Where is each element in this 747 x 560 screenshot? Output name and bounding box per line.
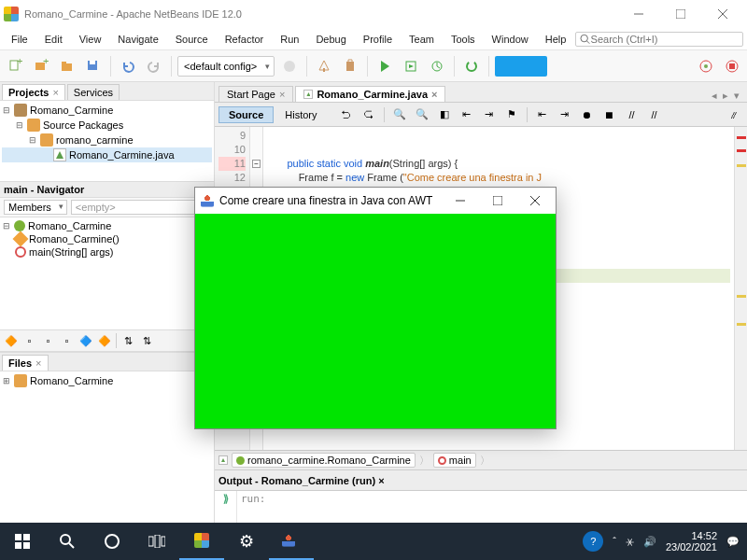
nav-filter-4[interactable]: ▫ xyxy=(58,332,76,350)
new-file-button[interactable]: + xyxy=(4,55,26,77)
menu-tools[interactable]: Tools xyxy=(444,31,483,48)
menu-view[interactable]: View xyxy=(72,31,109,48)
close-button[interactable] xyxy=(701,0,743,28)
prev-bookmark-button[interactable]: ⇤ xyxy=(457,105,477,124)
toggle-highlight-button[interactable]: ◧ xyxy=(434,105,455,124)
navigator-tree[interactable]: ⊟Romano_Carmine Romano_Carmine() main(St… xyxy=(0,217,214,329)
pause-icon[interactable] xyxy=(695,55,717,77)
nav-filter-2[interactable]: ▫ xyxy=(21,332,38,350)
menu-window[interactable]: Window xyxy=(485,31,536,48)
start-button[interactable] xyxy=(0,523,45,560)
warning-marker[interactable] xyxy=(737,164,746,167)
nav-filter-3[interactable]: ▫ xyxy=(39,332,57,350)
tab-source-file[interactable]: Romano_Carmine.java× xyxy=(295,86,445,102)
awt-maximize-button[interactable] xyxy=(479,188,516,214)
awt-titlebar[interactable]: Come creare una finestra in Java con AWT xyxy=(195,188,556,214)
close-icon[interactable]: × xyxy=(279,89,285,100)
taskbar-java[interactable] xyxy=(269,523,314,560)
notification-center-icon[interactable]: 💬 xyxy=(726,536,740,548)
stop-icon[interactable] xyxy=(721,55,743,77)
warning-marker[interactable] xyxy=(737,323,746,326)
nav-forward-button[interactable]: ⮎ xyxy=(359,105,379,124)
build-button[interactable] xyxy=(313,55,335,77)
nav-filter-5[interactable]: 🔷 xyxy=(77,332,94,350)
undo-button[interactable] xyxy=(117,55,139,77)
files-tree[interactable]: ⊞Romano_Carmine xyxy=(0,371,214,530)
taskbar-settings[interactable]: ⚙ xyxy=(224,523,269,560)
nav-sort-2[interactable]: ⇅ xyxy=(138,332,156,350)
volume-icon[interactable]: 🔊 xyxy=(643,536,656,548)
nav-filter-1[interactable]: 🔶 xyxy=(2,332,20,350)
menu-team[interactable]: Team xyxy=(402,31,442,48)
method-node[interactable]: main(String[] args) xyxy=(29,246,113,258)
comment-button[interactable]: // xyxy=(622,105,642,124)
config-dropdown-button[interactable] xyxy=(278,55,301,77)
cortana-button[interactable] xyxy=(90,523,134,560)
menu-refactor[interactable]: Refactor xyxy=(218,31,272,48)
tab-list-icon[interactable]: ▾ xyxy=(734,90,740,102)
project-node[interactable]: Romano_Carmine xyxy=(30,105,113,116)
history-view-button[interactable]: History xyxy=(275,107,326,122)
menu-help[interactable]: Help xyxy=(538,31,574,48)
close-icon[interactable]: × xyxy=(52,87,58,98)
projects-tree[interactable]: ⊟Romano_Carmine ⊟Source Packages ⊟romano… xyxy=(0,101,214,181)
redo-button[interactable] xyxy=(143,55,165,77)
onedrive-icon[interactable]: ? xyxy=(583,531,603,552)
awt-window[interactable]: Come creare una finestra in Java con AWT xyxy=(194,187,557,429)
macro-stop-button[interactable]: ⏹ xyxy=(599,105,620,124)
members-select[interactable]: Members xyxy=(4,200,67,215)
class-node[interactable]: Romano_Carmine xyxy=(28,220,111,231)
quick-search[interactable] xyxy=(575,32,743,47)
source-view-button[interactable]: Source xyxy=(218,106,274,123)
find-selection-button[interactable]: 🔍 xyxy=(389,105,410,124)
close-icon[interactable]: × xyxy=(431,89,437,100)
tab-projects[interactable]: Projects× xyxy=(2,84,65,100)
source-packages-node[interactable]: Source Packages xyxy=(43,119,123,131)
tab-right-icon[interactable]: ▸ xyxy=(723,90,728,102)
save-all-button[interactable] xyxy=(82,55,105,77)
nav-back-button[interactable]: ⮌ xyxy=(336,105,357,124)
package-node[interactable]: romano_carmine xyxy=(56,134,134,146)
tab-files[interactable]: Files× xyxy=(2,355,49,371)
run-config-select[interactable]: <default config> xyxy=(177,56,275,77)
debug-button[interactable] xyxy=(400,55,422,77)
minimize-button[interactable] xyxy=(617,0,659,28)
rerun-icon[interactable]: ⟫ xyxy=(223,493,229,505)
java-file-node[interactable]: Romano_Carmine.java xyxy=(69,149,175,161)
find-prev-button[interactable]: 🔍 xyxy=(412,105,432,124)
shift-left-button[interactable]: ⇤ xyxy=(532,105,553,124)
taskbar-netbeans[interactable] xyxy=(179,523,224,560)
new-project-button[interactable]: + xyxy=(30,55,52,77)
awt-minimize-button[interactable] xyxy=(442,188,479,214)
error-marker[interactable] xyxy=(737,149,746,152)
tray-up-icon[interactable]: ˆ xyxy=(613,536,616,547)
error-stripe[interactable] xyxy=(734,127,747,450)
open-project-button[interactable] xyxy=(56,55,78,77)
breadcrumb-class[interactable]: romano_carmine.Romano_Carmine xyxy=(232,453,416,468)
menu-profile[interactable]: Profile xyxy=(356,31,400,48)
tab-left-icon[interactable]: ◂ xyxy=(712,90,717,102)
awt-close-button[interactable] xyxy=(516,188,554,214)
constructor-node[interactable]: Romano_Carmine() xyxy=(29,233,120,245)
search-button[interactable] xyxy=(45,523,90,560)
fold-marker[interactable]: − xyxy=(252,160,261,168)
macro-rec-button[interactable]: ⏺ xyxy=(577,105,598,124)
files-root-node[interactable]: Romano_Carmine xyxy=(30,375,113,386)
run-button[interactable] xyxy=(374,55,396,77)
reload-button[interactable] xyxy=(460,55,483,77)
shift-right-button[interactable]: ⇥ xyxy=(555,105,575,124)
menu-edit[interactable]: Edit xyxy=(37,31,70,48)
network-icon[interactable]: ⚹ xyxy=(626,536,634,548)
warning-marker[interactable] xyxy=(737,295,746,298)
menu-source[interactable]: Source xyxy=(168,31,216,48)
tab-services[interactable]: Services xyxy=(67,84,120,100)
task-view-button[interactable] xyxy=(134,523,179,560)
menu-navigate[interactable]: Navigate xyxy=(110,31,165,48)
empty-select[interactable]: <empty> xyxy=(71,200,210,215)
next-bookmark-button[interactable]: ⇥ xyxy=(479,105,500,124)
nav-filter-6[interactable]: 🔶 xyxy=(95,332,113,350)
nav-sort-1[interactable]: ⇅ xyxy=(120,332,137,350)
menu-debug[interactable]: Debug xyxy=(308,31,353,48)
search-input[interactable] xyxy=(591,34,739,45)
system-clock[interactable]: 14:5223/02/2021 xyxy=(666,530,717,553)
